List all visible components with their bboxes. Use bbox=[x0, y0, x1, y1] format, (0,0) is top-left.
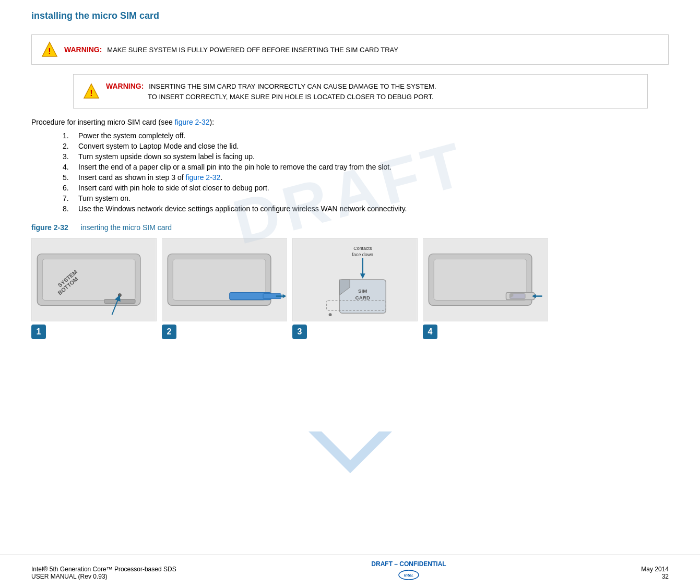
step-3-text: Turn system upside down so system label … bbox=[78, 152, 255, 161]
warning-box-1: ! WARNING: MAKE SURE SYSTEM IS FULLY POW… bbox=[31, 34, 669, 65]
step-2-num: 2. bbox=[63, 142, 78, 150]
svg-text:Contacts: Contacts bbox=[353, 246, 372, 251]
footer-center: DRAFT – CONFIDENTIAL intel. bbox=[371, 560, 446, 580]
img-box-2 bbox=[162, 238, 287, 321]
step-5-num: 5. bbox=[63, 173, 78, 182]
step-8: 8. Use the Windows network device settin… bbox=[63, 205, 669, 213]
svg-rect-10 bbox=[104, 299, 135, 304]
procedure-intro-suffix: ): bbox=[210, 118, 215, 126]
steps-list: 1. Power the system completely off. 2. C… bbox=[63, 131, 669, 213]
images-row: SYSTEM BOTTOM 1 bbox=[31, 238, 669, 339]
figure-link-intro[interactable]: figure 2-32 bbox=[175, 118, 210, 126]
img-wrapper-3: Contacts face down SIM CARD 3 bbox=[292, 238, 418, 339]
step-4-num: 4. bbox=[63, 163, 78, 171]
svg-text:intel.: intel. bbox=[404, 573, 414, 578]
img-wrapper-1: SYSTEM BOTTOM 1 bbox=[31, 238, 157, 339]
svg-text:!: ! bbox=[48, 47, 51, 56]
svg-text:face down: face down bbox=[352, 252, 374, 257]
step-7-text: Turn system on. bbox=[78, 194, 130, 202]
footer-right-line1: May 2014 bbox=[641, 566, 669, 573]
footer-draft-text: DRAFT – CONFIDENTIAL bbox=[371, 560, 446, 568]
step-1-num: 1. bbox=[63, 131, 78, 140]
step-7-num: 7. bbox=[63, 194, 78, 202]
img-wrapper-4: 4 bbox=[423, 238, 548, 339]
chevron-watermark bbox=[298, 421, 402, 484]
img-wrapper-2: 2 bbox=[162, 238, 287, 339]
step-1: 1. Power the system completely off. bbox=[63, 131, 669, 140]
figure-num: figure 2-32 bbox=[31, 223, 68, 232]
img-box-4 bbox=[423, 238, 548, 321]
footer-left: Intel® 5th Generation Core™ Processor-ba… bbox=[31, 566, 176, 580]
step-5-text: Insert card as shown in step 3 of figure… bbox=[78, 173, 222, 182]
step-badge-2: 2 bbox=[162, 325, 176, 339]
step-4-text: Insert the end of a paper clip or a smal… bbox=[78, 163, 391, 171]
step-7: 7. Turn system on. bbox=[63, 194, 669, 202]
svg-text:!: ! bbox=[90, 89, 92, 98]
img-box-3: Contacts face down SIM CARD bbox=[292, 238, 418, 321]
step-2-text: Convert system to Laptop Mode and close … bbox=[78, 142, 239, 150]
warning-2-text-line1: INSERTING THE SIM CARD TRAY INCORRECTLY … bbox=[149, 82, 436, 90]
footer: Intel® 5th Generation Core™ Processor-ba… bbox=[0, 555, 700, 580]
warning-2-label: WARNING: bbox=[106, 82, 144, 90]
svg-marker-38 bbox=[309, 431, 392, 473]
step-3-num: 3. bbox=[63, 152, 78, 161]
intel-logo: intel. bbox=[398, 570, 419, 580]
warning-1-label: WARNING: bbox=[64, 45, 102, 54]
step-8-num: 8. bbox=[63, 205, 78, 213]
footer-right-line2: 32 bbox=[641, 573, 669, 580]
step-badge-3: 3 bbox=[292, 325, 307, 339]
warning-2-content: WARNING: INSERTING THE SIM CARD TRAY INC… bbox=[106, 82, 436, 101]
svg-text:CARD: CARD bbox=[355, 295, 370, 301]
warning-icon-1: ! bbox=[41, 41, 58, 58]
footer-left-line2: USER MANUAL (Rev 0.93) bbox=[31, 573, 176, 580]
figure-link-step5[interactable]: figure 2-32 bbox=[185, 173, 220, 182]
warning-icon-2: ! bbox=[83, 83, 100, 100]
step-6-num: 6. bbox=[63, 184, 78, 192]
svg-point-29 bbox=[329, 313, 332, 316]
svg-text:SIM: SIM bbox=[358, 288, 367, 294]
svg-point-9 bbox=[118, 294, 121, 297]
warning-box-2: ! WARNING: INSERTING THE SIM CARD TRAY I… bbox=[73, 74, 648, 109]
procedure-intro-prefix: Procedure for inserting micro SIM card (… bbox=[31, 118, 175, 126]
step-6: 6. Insert card with pin hole to side of … bbox=[63, 184, 669, 192]
step-5: 5. Insert card as shown in step 3 of fig… bbox=[63, 173, 669, 182]
svg-rect-6 bbox=[42, 259, 135, 301]
step-badge-1: 1 bbox=[31, 325, 46, 339]
step-8-text: Use the Windows network device settings … bbox=[78, 205, 407, 213]
step-2: 2. Convert system to Laptop Mode and clo… bbox=[63, 142, 669, 150]
img-box-1: SYSTEM BOTTOM bbox=[31, 238, 157, 321]
footer-right: May 2014 32 bbox=[641, 566, 669, 580]
step-badge-4: 4 bbox=[423, 325, 437, 339]
step-4: 4. Insert the end of a paper clip or a s… bbox=[63, 163, 669, 171]
warning-1-text: MAKE SURE SYSTEM IS FULLY POWERED OFF BE… bbox=[107, 46, 398, 54]
step-3: 3. Turn system upside down so system lab… bbox=[63, 152, 669, 161]
page-title: installing the micro SIM card bbox=[31, 10, 669, 21]
figure-title: inserting the micro SIM card bbox=[81, 223, 172, 232]
figure-caption: figure 2-32 inserting the micro SIM card bbox=[31, 223, 669, 232]
warning-2-text-line2: TO INSERT CORRECTLY, MAKE SURE PIN HOLE … bbox=[148, 93, 434, 101]
footer-left-line1: Intel® 5th Generation Core™ Processor-ba… bbox=[31, 566, 176, 573]
step-1-text: Power the system completely off. bbox=[78, 131, 185, 140]
step-6-text: Insert card with pin hole to side of slo… bbox=[78, 184, 269, 192]
procedure-intro: Procedure for inserting micro SIM card (… bbox=[31, 118, 669, 126]
